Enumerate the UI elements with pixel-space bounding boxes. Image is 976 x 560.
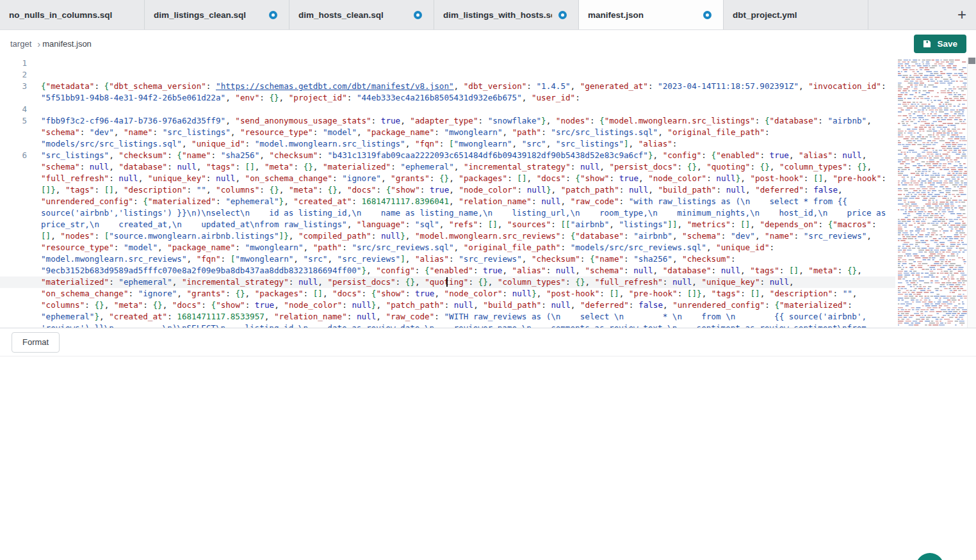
tab-dim-hosts-clean-sql[interactable]: dim_hosts_clean.sql (289, 0, 434, 29)
code-line-row: 5 "fbb9f3c2-cf96-4a17-b736-976a62d35ff9"… (0, 115, 895, 150)
tab-label: dim_hosts_clean.sql (298, 10, 384, 20)
save-button-label: Save (937, 39, 957, 49)
editor-scrollbar[interactable] (967, 58, 976, 328)
line-number: 5 (0, 115, 27, 150)
code-line: {"metadata": {"dbt_schema_version": "htt… (41, 81, 890, 104)
tab-bar: no_nulls_in_columns.sql dim_listings_cle… (0, 0, 976, 30)
code-line: "src_listings", "checksum": {"name": "sh… (41, 150, 890, 328)
breadcrumb-bar: target › manifest.json Save (0, 30, 976, 58)
line-number: 1 (0, 58, 27, 69)
code-line (41, 104, 890, 115)
tab-bar-filler (868, 0, 948, 29)
code-line-row: 3 {"metadata": {"dbt_schema_version": "h… (0, 81, 895, 104)
save-button[interactable]: Save (914, 35, 966, 53)
line-number: 3 (0, 81, 27, 104)
tab-label: dim_listings_clean.sql (154, 10, 246, 20)
format-button[interactable]: Format (12, 332, 60, 353)
code-line-row: 4 (0, 104, 895, 115)
breadcrumb-file: manifest.json (42, 39, 92, 49)
code-line (41, 69, 890, 81)
tab-no-nulls-in-columns-sql[interactable]: no_nulls_in_columns.sql (0, 0, 145, 29)
tab-label: no_nulls_in_columns.sql (9, 10, 112, 20)
tab-dim-listings-with-hosts-sql[interactable]: dim_listings_with_hosts.sql (434, 0, 579, 29)
code-line-row: 6 "src_listings", "checksum": {"name": "… (0, 150, 895, 328)
format-bar: Format (0, 328, 976, 356)
scrollbar-thumb[interactable] (968, 58, 975, 64)
plus-icon: + (957, 7, 966, 22)
code-line: "fbb9f3c2-cf96-4a17-b736-976a62d35ff9", … (41, 115, 890, 150)
line-number: 2 (0, 69, 27, 81)
line-number: 6 (0, 150, 27, 328)
breadcrumb-folder: target (10, 39, 31, 49)
code-editor[interactable]: 1 2 3 {"metadata": {"dbt_schema_version"… (0, 58, 976, 328)
code-line-row: 1 (0, 58, 895, 69)
results-panel (0, 356, 976, 560)
tab-manifest-json[interactable]: manifest.json (579, 0, 724, 29)
minimap[interactable] (897, 58, 967, 328)
tab-dbt-project-yml[interactable]: dbt_project.yml (724, 0, 868, 29)
modified-dot-icon[interactable] (414, 11, 422, 19)
modified-dot-icon[interactable] (269, 11, 277, 19)
tab-label: manifest.json (588, 10, 644, 20)
code-lines: 1 2 3 {"metadata": {"dbt_schema_version"… (0, 58, 895, 328)
modified-dot-icon[interactable] (558, 11, 567, 19)
tab-label: dim_listings_with_hosts.sql (443, 10, 552, 20)
new-tab-button[interactable]: + (948, 0, 976, 29)
code-line (41, 58, 890, 69)
line-number: 4 (0, 104, 27, 115)
modified-dot-icon[interactable] (703, 11, 712, 19)
text-caret (446, 277, 448, 287)
chevron-right-icon: › (37, 38, 40, 49)
tab-dim-listings-clean-sql[interactable]: dim_listings_clean.sql (145, 0, 289, 29)
code-line-row: 2 (0, 69, 895, 81)
save-icon (923, 40, 931, 48)
tab-label: dbt_project.yml (733, 10, 797, 20)
